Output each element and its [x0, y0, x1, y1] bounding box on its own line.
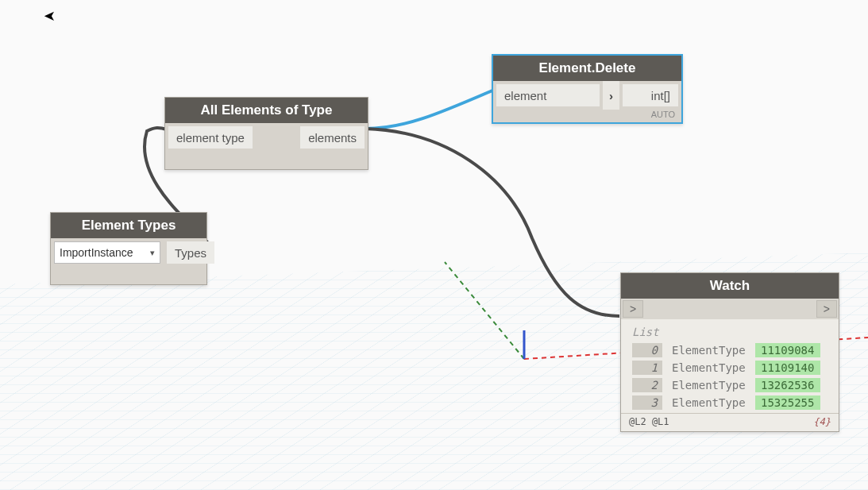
port-element-in[interactable]: element [496, 84, 600, 106]
node-element-types[interactable]: Element Types ImportInstance ▾ Types [50, 212, 207, 285]
watch-item-index: 1 [632, 361, 662, 375]
watch-item-index: 2 [632, 378, 662, 392]
lacing-label: AUTO [493, 110, 681, 122]
watch-item-id: 15325255 [755, 395, 820, 410]
node-title: All Elements of Type [165, 98, 368, 123]
watch-out-port[interactable]: > [816, 300, 837, 318]
watch-in-port[interactable]: > [623, 300, 643, 318]
port-types-out[interactable]: Types [167, 241, 214, 264]
node-footer [51, 267, 206, 284]
watch-item-index: 3 [632, 395, 662, 410]
watch-list-item[interactable]: 0ElementType11109084 [632, 341, 827, 359]
watch-list-label: List [632, 326, 827, 338]
node-watch[interactable]: Watch > > List 0ElementType111090841Elem… [620, 272, 839, 432]
node-footer [165, 152, 368, 169]
watch-item-type: ElementType [672, 344, 746, 357]
node-title: Element Types [51, 213, 206, 238]
port-int-array-out[interactable]: int[] [623, 84, 678, 106]
watch-list-item[interactable]: 1ElementType11109140 [632, 359, 827, 376]
watch-item-id: 11109140 [755, 361, 820, 375]
chevron-right-icon[interactable]: › [603, 81, 619, 110]
watch-item-id: 11109084 [755, 343, 820, 357]
node-element-delete[interactable]: Element.Delete element › int[] AUTO [492, 54, 683, 124]
watch-list-item[interactable]: 3ElementType15325255 [632, 394, 827, 411]
port-element-type-in[interactable]: element type [168, 126, 253, 149]
element-types-dropdown[interactable]: ImportInstance ▾ [54, 241, 160, 264]
watch-list-item[interactable]: 2ElementType13262536 [632, 376, 827, 394]
watch-level-label: @L2 @L1 [629, 416, 669, 427]
watch-item-type: ElementType [672, 361, 746, 374]
port-elements-out[interactable]: elements [300, 126, 365, 149]
watch-item-index: 0 [632, 343, 662, 357]
watch-item-type: ElementType [672, 396, 746, 409]
watch-item-type: ElementType [672, 379, 746, 392]
node-title: Element.Delete [493, 56, 681, 81]
node-all-elements-of-type[interactable]: All Elements of Type element type elemen… [164, 97, 368, 170]
node-title: Watch [621, 273, 839, 299]
watch-count: {4} [813, 416, 831, 427]
dropdown-value: ImportInstance [60, 246, 133, 259]
watch-item-id: 13262536 [755, 378, 820, 392]
chevron-down-icon: ▾ [150, 248, 155, 258]
